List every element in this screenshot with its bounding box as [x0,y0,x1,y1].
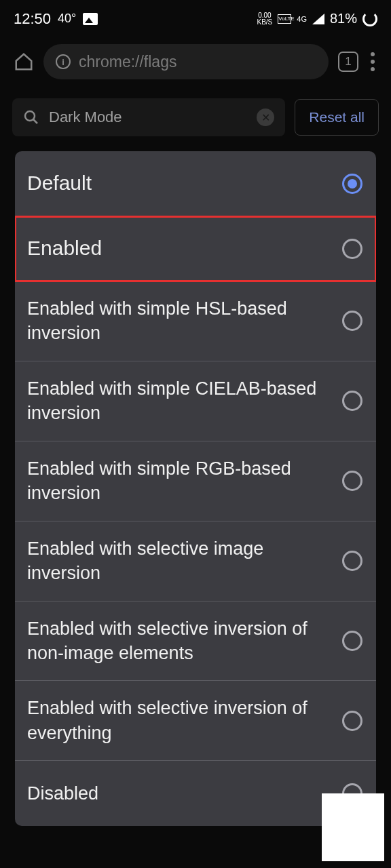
reset-all-button[interactable]: Reset all [295,99,379,136]
status-left: 12:50 40° [14,10,98,28]
radio-icon[interactable] [342,174,362,194]
url-text: chrome://flags [79,53,176,71]
option-row[interactable]: Enabled with simple CIELAB-based inversi… [15,361,376,441]
option-label: Enabled with selective inversion of non-… [27,616,330,666]
option-label: Default [27,170,330,197]
radio-icon[interactable] [342,239,362,259]
option-label: Enabled with simple HSL-based inversion [27,296,330,346]
option-row[interactable]: Enabled with selective inversion of ever… [15,681,376,761]
search-value: Dark Mode [49,108,122,126]
volte-icon: VoLTE [278,14,291,24]
flags-toolbar: Dark Mode ✕ Reset all [0,92,391,143]
data-speed: 0.00KB/S [257,12,272,26]
option-row[interactable]: Enabled [15,216,376,281]
option-label: Disabled [27,781,330,806]
option-label: Enabled with simple CIELAB-based inversi… [27,376,330,426]
radio-icon[interactable] [342,551,362,571]
home-icon[interactable] [14,52,34,72]
overlay-box [322,793,384,861]
network-icon: 4G [297,15,307,23]
option-label: Enabled with selective image inversion [27,536,330,586]
option-row[interactable]: Default [15,151,376,216]
status-bar: 12:50 40° 0.00KB/S VoLTE 4G 81% [0,0,391,37]
browser-toolbar: i chrome://flags 1 [0,37,391,92]
radio-icon[interactable] [342,471,362,491]
radio-icon[interactable] [342,311,362,331]
option-row[interactable]: Enabled with selective image inversion [15,521,376,601]
tab-switcher[interactable]: 1 [338,52,358,72]
svg-point-0 [25,111,35,121]
option-label: Enabled with simple RGB-based inversion [27,456,330,506]
option-row[interactable]: Enabled with simple HSL-based inversion [15,281,376,361]
clear-icon[interactable]: ✕ [257,108,274,126]
options-dropdown: DefaultEnabledEnabled with simple HSL-ba… [15,151,376,826]
battery-percent: 81% [330,11,357,26]
option-row[interactable]: Enabled with selective inversion of non-… [15,601,376,682]
option-label: Enabled with selective inversion of ever… [27,696,330,745]
radio-icon[interactable] [342,391,362,411]
search-input[interactable]: Dark Mode ✕ [12,98,285,136]
status-right: 0.00KB/S VoLTE 4G 81% [257,11,377,26]
status-time: 12:50 [14,10,51,28]
search-icon [23,109,39,125]
menu-icon[interactable] [368,52,377,71]
option-label: Enabled [27,235,330,262]
radio-icon[interactable] [342,711,362,731]
svg-line-1 [33,119,37,123]
radio-icon[interactable] [342,631,362,651]
address-bar[interactable]: i chrome://flags [43,44,329,79]
signal-icon [312,14,324,24]
status-temp: 40° [58,12,76,26]
option-row[interactable]: Enabled with simple RGB-based inversion [15,441,376,521]
info-icon[interactable]: i [56,54,71,69]
picture-icon [83,13,98,25]
loading-icon [362,12,377,26]
